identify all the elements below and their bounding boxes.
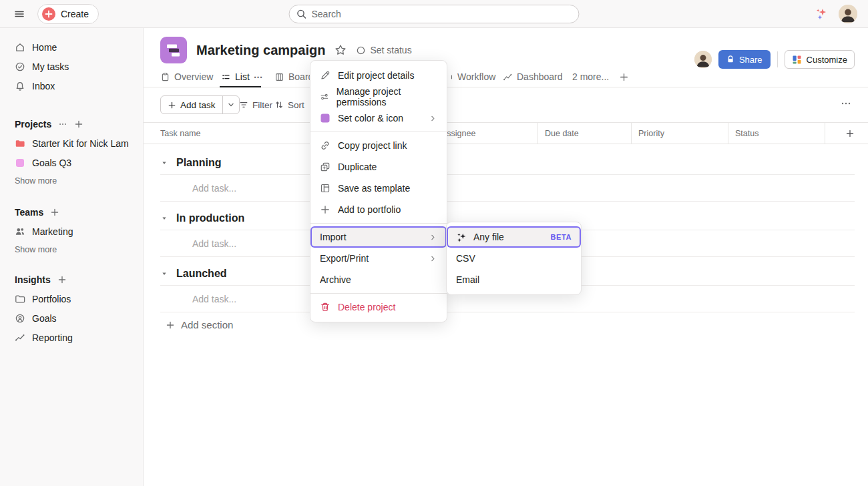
tab-list[interactable]: List ⋯ [221,67,264,87]
member-avatar[interactable] [694,51,712,68]
menu-item-archive[interactable]: Archive [310,269,447,290]
sidebar-toggle-button[interactable] [11,6,28,22]
share-button-label: Share [739,55,763,65]
insights-section-header: Insights [0,270,143,289]
column-header-task-name[interactable]: Task name [160,123,200,144]
column-header-due-date[interactable]: Due date [537,123,631,144]
tab-label: List [235,71,250,82]
tab-list-options-icon[interactable]: ⋯ [254,71,264,82]
share-button[interactable]: Share [718,50,771,69]
add-task-button[interactable]: Add task [161,96,222,113]
menu-item-label: Set color & icon [338,113,403,124]
sidebar-item-reporting[interactable]: Reporting [0,328,143,347]
add-column-button[interactable] [825,123,868,144]
tab-overview[interactable]: Overview [160,67,213,87]
overview-clipboard-icon [160,72,170,82]
tab-label: Overview [174,71,213,82]
collapse-caret-icon[interactable] [160,270,168,278]
menu-item-label: Archive [320,274,351,285]
projects-show-more[interactable]: Show more [0,172,143,190]
menu-item-copy-project-link[interactable]: Copy project link [310,135,447,156]
sidebar-item-inbox[interactable]: Inbox [0,76,143,95]
section-name[interactable]: Launched [176,268,227,280]
menu-item-duplicate[interactable]: Duplicate [310,156,447,178]
user-avatar[interactable] [839,5,857,23]
project-label: Starter Kit for Nick Lam [32,138,129,149]
tab-more[interactable]: 2 more... [572,67,609,87]
active-tab-underline [220,86,261,87]
ai-assistant-button[interactable] [815,7,829,21]
menu-item-delete-project[interactable]: Delete project [310,296,447,318]
menu-item-add-to-portfolio[interactable]: Add to portfolio [310,199,447,220]
goal-person-icon [15,313,25,324]
add-task-row[interactable]: Add task... [160,175,855,202]
sort-icon [274,100,284,109]
menu-item-label: Import [320,232,347,242]
submenu-item-csv[interactable]: CSV [447,248,581,269]
lock-icon [726,55,735,64]
tab-label: Workflow [457,71,495,82]
add-task-label: Add task [180,100,216,110]
sidebar-item-my-tasks[interactable]: My tasks [0,57,143,76]
column-header-status[interactable]: Status [728,123,825,144]
sidebar-item-goals[interactable]: Goals [0,308,143,328]
column-header-assignee[interactable]: Assignee [434,123,537,144]
add-team-icon[interactable] [50,208,59,217]
collapse-caret-icon[interactable] [160,214,168,222]
sidebar-project-goals-q3[interactable]: Goals Q3 [0,153,143,172]
column-header-priority[interactable]: Priority [631,123,728,144]
tab-dashboard[interactable]: Dashboard [503,67,563,87]
search-bar[interactable] [289,5,580,23]
menu-item-manage-permissions[interactable]: Manage project permissions [310,86,447,107]
sidebar-item-label: My tasks [32,61,69,72]
menu-item-edit-project-details[interactable]: Edit project details [310,65,447,86]
section-header-planning: Planning [160,151,855,175]
add-insight-icon[interactable] [57,275,67,284]
sort-label: Sort [288,100,304,110]
project-icon[interactable] [160,37,187,63]
board-icon [274,72,284,82]
search-icon [296,9,307,19]
folder-icon [15,138,25,149]
add-view-button[interactable] [619,67,629,87]
beta-badge: BETA [550,233,572,241]
divider [310,223,447,224]
sidebar-item-home[interactable]: Home [0,37,143,57]
sidebar-item-portfolios[interactable]: Portfolios [0,289,143,308]
view-options-button[interactable] [841,98,851,109]
sidebar-project-starter-kit[interactable]: Starter Kit for Nick Lam [0,134,143,153]
customize-button[interactable]: Customize [785,50,855,69]
reporting-chart-icon [15,332,25,343]
menu-item-export-print[interactable]: Export/Print [310,248,447,269]
projects-more-icon[interactable] [58,119,67,129]
menu-item-label: Delete project [338,302,395,312]
add-section-button[interactable]: Add section [160,319,233,330]
sidebar-team-marketing[interactable]: Marketing [0,222,143,241]
menu-item-import[interactable]: Import [310,226,447,248]
plus-icon [168,101,176,109]
collapse-caret-icon[interactable] [160,159,168,167]
page-title: Marketing campaign [196,43,325,58]
add-task-dropdown-button[interactable] [222,96,239,113]
sidebar: Home My tasks Inbox Projects Starter Kit… [0,28,144,486]
create-button[interactable]: Create [37,4,99,24]
set-status-button[interactable]: Set status [356,45,411,55]
search-input[interactable] [312,9,572,19]
submenu-item-email[interactable]: Email [447,269,581,290]
favorite-star-button[interactable] [335,44,347,56]
menu-item-set-color-icon[interactable]: Set color & icon [310,107,447,129]
section-name[interactable]: In production [176,212,244,224]
teams-show-more[interactable]: Show more [0,241,143,258]
tab-board[interactable]: Board [274,67,313,87]
plus-icon [619,72,629,82]
tab-workflow[interactable]: Workflow [450,67,495,87]
section-name[interactable]: Planning [176,157,222,169]
plus-circle-icon [42,7,55,21]
submenu-item-label: CSV [456,253,475,264]
sort-button[interactable]: Sort [274,95,304,114]
submenu-item-any-file[interactable]: Any file BETA [447,226,581,248]
add-project-icon[interactable] [74,119,83,129]
divider [310,132,447,132]
menu-item-save-as-template[interactable]: Save as template [310,178,447,199]
filter-button[interactable]: Filter [239,95,272,114]
